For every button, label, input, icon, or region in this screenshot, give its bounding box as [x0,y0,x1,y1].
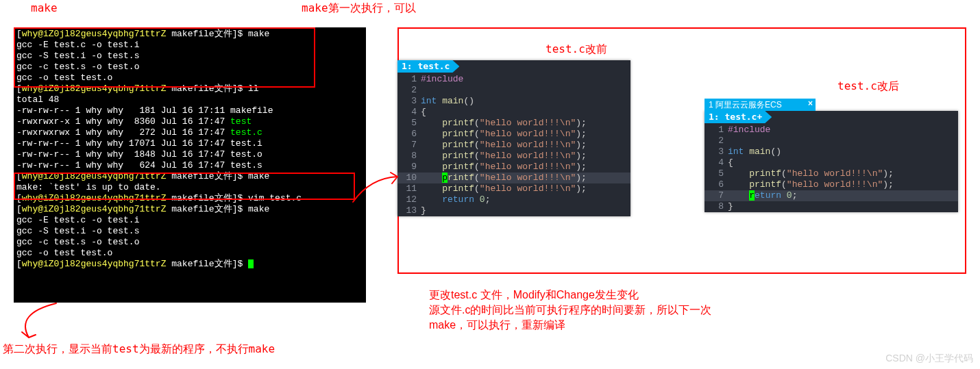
close-icon[interactable]: × [808,99,813,108]
label-before: test.c改前 [546,42,607,57]
code-editor-after[interactable]: 1: test.c+1#include23int main()4{5 print… [705,111,958,212]
label-second-exec: 第二次执行，显示当前test为最新的程序，不执行make [3,342,275,357]
editor-tab[interactable]: 1: test.c [397,60,459,73]
watermark: CSDN @小王学代码 [885,353,973,365]
window-tab-title: 1 阿里云云服务ECS [709,99,782,111]
editor-tab[interactable]: 1: test.c+ [705,111,772,123]
annotation-line-2: 源文件.c的时间比当前可执行程序的时间要新，所以下一次 [429,303,909,318]
label-make-first: make第一次执行，可以 [302,1,416,16]
annotation-line-3: make，可以执行，重新编译 [429,318,909,333]
code-editor-before[interactable]: 1: test.c1#include23int main()4{5 printf… [397,60,630,216]
editor-window-tab[interactable]: 1 阿里云云服务ECS × [705,99,816,111]
label-after: test.c改后 [837,79,899,94]
highlight-box-second-make [14,173,355,200]
arrow-icon [350,171,404,212]
code-editor-after-wrap: 1 阿里云云服务ECS × 1: test.c+1#include23int m… [705,99,958,212]
highlight-box-first-make [14,27,315,88]
arrow-icon [8,300,70,341]
label-make: make [31,1,58,14]
annotation-explain: 更改test.c 文件，Modify和Change发生变化 源文件.c的时间比当… [429,288,909,333]
annotation-line-1: 更改test.c 文件，Modify和Change发生变化 [429,288,909,303]
